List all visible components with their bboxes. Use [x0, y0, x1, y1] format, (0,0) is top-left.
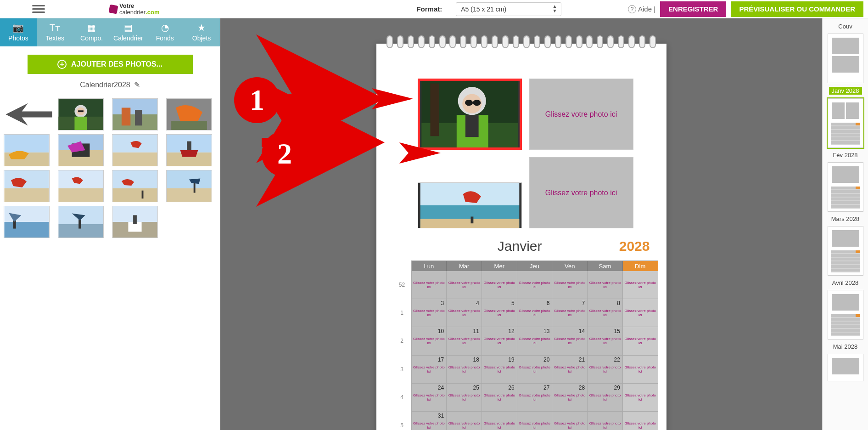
svg-rect-41 — [133, 215, 137, 224]
back-arrow[interactable] — [4, 98, 54, 130]
thumb-photo-10[interactable] — [112, 170, 158, 202]
thumb-photo-8[interactable] — [4, 170, 50, 202]
calendar-cell[interactable]: Glissez votre photo ici — [517, 271, 553, 299]
calendar-cell[interactable]: 20Glissez votre photo ici — [517, 356, 553, 384]
thumb-photo-6[interactable] — [112, 134, 158, 166]
calendar-cell[interactable]: Glissez votre photo ici — [623, 412, 658, 430]
thumb-photo-14[interactable] — [112, 206, 158, 238]
calendar-cell[interactable]: Glissez votre photo ici — [623, 356, 658, 384]
tab-textes-label: Textes — [46, 34, 64, 42]
page-thumb-couv[interactable] — [828, 34, 863, 83]
tab-textes[interactable]: TᴛTextes — [37, 18, 73, 46]
calendar-cell[interactable]: 3Glissez votre photo ici — [412, 299, 447, 327]
calendar-cell[interactable]: 5Glissez votre photo ici — [482, 299, 517, 327]
calendar-cell[interactable]: Glissez votre photo ici — [623, 299, 658, 327]
thumb-photo-12[interactable] — [4, 206, 50, 238]
format-select[interactable] — [456, 2, 561, 16]
calendar-cell[interactable]: Glissez votre photo ici — [623, 384, 658, 412]
calendar-cell[interactable]: 25Glissez votre photo ici — [447, 384, 482, 412]
pencil-icon[interactable]: ✎ — [134, 80, 140, 89]
calendar-cell[interactable]: 11Glissez votre photo ici — [447, 327, 482, 355]
page-thumb-mai[interactable] — [828, 354, 863, 381]
calendar-cell[interactable]: Glissez votre photo ici — [588, 271, 623, 299]
calendar-cell[interactable]: Glissez votre photo ici — [552, 412, 588, 430]
year-text: 2028 — [619, 238, 650, 254]
tab-objets[interactable]: ★Objets — [183, 18, 220, 46]
menu-icon[interactable] — [32, 3, 45, 16]
thumb-photo-3[interactable] — [166, 98, 212, 130]
logo-text: Votre calendrier.com — [119, 3, 159, 15]
calendar-cell[interactable]: Glissez votre photo ici — [552, 271, 588, 299]
day-header: Dim — [623, 261, 658, 271]
calendar-cell[interactable]: 8Glissez votre photo ici — [588, 299, 623, 327]
calendar-page[interactable]: Glissez votre photo ici Glissez votre ph… — [376, 44, 666, 430]
calendar-cell[interactable]: 24Glissez votre photo ici — [412, 384, 447, 412]
calendar-cell[interactable]: Glissez votre photo ici — [447, 271, 482, 299]
calendar-cell[interactable]: Glissez votre photo ici — [482, 412, 517, 430]
format-label: Format: — [416, 5, 442, 13]
annotation-2-text: 2 — [277, 137, 292, 171]
photo-slot-2[interactable]: Glissez votre photo ici — [529, 79, 633, 150]
calendar-cell[interactable]: 28Glissez votre photo ici — [552, 384, 588, 412]
thumb-photo-2[interactable] — [112, 98, 158, 130]
photo-slot-3[interactable] — [418, 182, 522, 228]
thumb-photo-4[interactable] — [4, 134, 50, 166]
calendar-cell[interactable]: 19Glissez votre photo ici — [482, 356, 517, 384]
thumb-photo-11[interactable] — [166, 170, 212, 202]
page-thumb-avril[interactable] — [828, 290, 863, 339]
calendar-cell[interactable]: 15Glissez votre photo ici — [588, 327, 623, 355]
page-thumb-janv[interactable] — [828, 98, 863, 148]
calendar-cell[interactable]: Glissez votre photo ici — [588, 412, 623, 430]
calendar-cell[interactable]: Glissez votre photo ici — [623, 327, 658, 355]
calendar-cell[interactable]: 6Glissez votre photo ici — [517, 299, 553, 327]
calendar-cell[interactable]: 27Glissez votre photo ici — [517, 384, 553, 412]
calendar-cell[interactable]: 21Glissez votre photo ici — [552, 356, 588, 384]
calendar-cell[interactable]: 10Glissez votre photo ici — [412, 327, 447, 355]
calendar-cell[interactable]: Glissez votre photo ici — [623, 271, 658, 299]
thumb-photo-1[interactable] — [58, 98, 104, 130]
tab-compo[interactable]: ▦Compo. — [73, 18, 110, 46]
preview-order-button[interactable]: PRÉVISUALISER OU COMMANDER — [731, 1, 863, 17]
photo-slot-4[interactable]: Glissez votre photo ici — [529, 157, 633, 228]
tab-calendrier[interactable]: ▤Calendrier — [110, 18, 146, 46]
calendar-cell[interactable]: Glissez votre photo ici — [412, 271, 447, 299]
calendar-cell[interactable]: 18Glissez votre photo ici — [447, 356, 482, 384]
calendar-cell[interactable]: 14Glissez votre photo ici — [552, 327, 588, 355]
calendar-cell[interactable]: Glissez votre photo ici — [482, 271, 517, 299]
calendar-cell[interactable]: Glissez votre photo ici — [517, 412, 553, 430]
photo-slots: Glissez votre photo ici Glissez votre ph… — [418, 79, 633, 228]
page-thumb-mars[interactable] — [828, 226, 863, 276]
calendar-cell[interactable]: 12Glissez votre photo ici — [482, 327, 517, 355]
thumb-photo-9[interactable] — [58, 170, 104, 202]
calendar-cell[interactable]: Glissez votre photo ici — [447, 412, 482, 430]
logo-line2: calendrier — [119, 9, 146, 16]
calendar-cell[interactable]: 13Glissez votre photo ici — [517, 327, 553, 355]
photo-slot-1[interactable] — [418, 79, 522, 150]
help-link[interactable]: ? Aide | — [628, 5, 655, 13]
format-select-wrap[interactable]: ▲▼ — [449, 2, 561, 16]
tab-fonds[interactable]: ◔Fonds — [146, 18, 183, 46]
svg-rect-23 — [4, 188, 49, 202]
calendar-cell[interactable]: 26Glissez votre photo ici — [482, 384, 517, 412]
calendar-cell[interactable]: 22Glissez votre photo ici — [588, 356, 623, 384]
svg-rect-8 — [121, 108, 130, 125]
day-header-row: Lun Mar Mer Jeu Ven Sam Dim — [412, 261, 658, 271]
thumb-photo-5[interactable] — [58, 134, 104, 166]
tab-photos[interactable]: 📷Photos — [0, 18, 37, 46]
svg-rect-29 — [167, 170, 211, 188]
calendar-cell[interactable]: 4Glissez votre photo ici — [447, 299, 482, 327]
add-photos-button[interactable]: + AJOUTER DES PHOTOS... — [28, 55, 193, 74]
calendar-cell[interactable]: 17Glissez votre photo ici — [412, 356, 447, 384]
annotation-badge-1: 1 — [234, 77, 280, 123]
page-thumb-fev[interactable] — [828, 162, 863, 212]
calendar-cell[interactable]: 31Glissez votre photo ici — [412, 412, 447, 430]
thumb-photo-7[interactable] — [166, 134, 212, 166]
svg-rect-4 — [78, 110, 84, 112]
thumb-photo-13[interactable] — [58, 206, 104, 238]
logo[interactable]: Votre calendrier.com — [109, 3, 159, 15]
album-name[interactable]: Calendrier2028 ✎ — [0, 80, 220, 89]
calendar-cell[interactable]: 7Glissez votre photo ici — [552, 299, 588, 327]
save-button[interactable]: ENREGISTRER — [660, 1, 726, 17]
calendar-cell[interactable]: 29Glissez votre photo ici — [588, 384, 623, 412]
week-num: 1 — [393, 299, 411, 327]
